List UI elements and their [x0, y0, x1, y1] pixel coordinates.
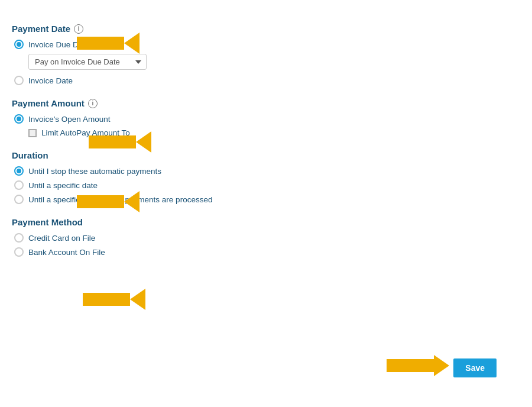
payment-amount-title: Payment Amount	[12, 98, 85, 108]
limit-autopay-checkbox[interactable]	[28, 129, 37, 137]
until-stop-label[interactable]: Until I stop these automatic payments	[28, 167, 161, 176]
payment-method-title: Payment Method	[12, 217, 83, 227]
payment-method-arrow	[83, 289, 145, 310]
save-arrow	[387, 355, 449, 376]
save-button[interactable]: Save	[453, 358, 497, 377]
bank-account-label[interactable]: Bank Account On File	[28, 248, 105, 257]
specific-date-label[interactable]: Until a specific date	[28, 181, 98, 190]
invoice-date-row[interactable]: Invoice Date	[14, 76, 343, 85]
pay-on-invoice-dropdown[interactable]: Pay on Invoice Due Date 1 day before due…	[28, 54, 147, 70]
credit-card-radio[interactable]	[14, 233, 24, 243]
duration-header: Duration	[12, 150, 343, 160]
payment-method-header: Payment Method	[12, 217, 343, 227]
invoice-due-date-row[interactable]: Invoice Due Date	[14, 40, 343, 49]
payment-date-arrow	[77, 33, 140, 54]
pay-on-invoice-dropdown-container: Pay on Invoice Due Date 1 day before due…	[28, 54, 343, 70]
credit-card-row[interactable]: Credit Card on File	[14, 233, 343, 243]
payment-method-section: Payment Method Credit Card on File Bank …	[12, 217, 343, 257]
limit-autopay-row[interactable]: Limit AutoPay Amount To	[28, 128, 343, 137]
payment-amount-section: Payment Amount i Invoice's Open Amount L…	[12, 98, 343, 137]
payment-amount-arrow	[89, 131, 151, 153]
payment-amount-info-icon[interactable]: i	[88, 99, 98, 108]
until-stop-row[interactable]: Until I stop these automatic payments	[14, 166, 343, 176]
payment-date-title: Payment Date	[12, 24, 70, 34]
payment-date-header: Payment Date i	[12, 24, 343, 34]
until-stop-radio[interactable]	[14, 166, 24, 176]
invoice-date-label[interactable]: Invoice Date	[28, 76, 73, 85]
payment-amount-header: Payment Amount i	[12, 98, 343, 108]
save-button-container: Save	[453, 358, 497, 377]
credit-card-label[interactable]: Credit Card on File	[28, 234, 95, 243]
open-amount-row[interactable]: Invoice's Open Amount	[14, 114, 343, 124]
specific-date-row[interactable]: Until a specific date	[14, 180, 343, 190]
invoice-due-date-radio[interactable]	[14, 40, 24, 49]
open-amount-radio[interactable]	[14, 114, 24, 124]
specific-date-radio[interactable]	[14, 180, 24, 190]
payment-date-section: Payment Date i Invoice Due Date Pay on I…	[12, 24, 343, 85]
duration-title: Duration	[12, 150, 48, 160]
duration-section: Duration Until I stop these automatic pa…	[12, 150, 343, 204]
bank-account-radio[interactable]	[14, 247, 24, 257]
duration-arrow	[77, 191, 140, 212]
specific-number-row[interactable]: Until a specified number of payments are…	[14, 195, 343, 204]
specific-number-radio[interactable]	[14, 195, 24, 204]
bank-account-row[interactable]: Bank Account On File	[14, 247, 343, 257]
open-amount-label[interactable]: Invoice's Open Amount	[28, 115, 110, 124]
invoice-date-radio[interactable]	[14, 76, 24, 85]
